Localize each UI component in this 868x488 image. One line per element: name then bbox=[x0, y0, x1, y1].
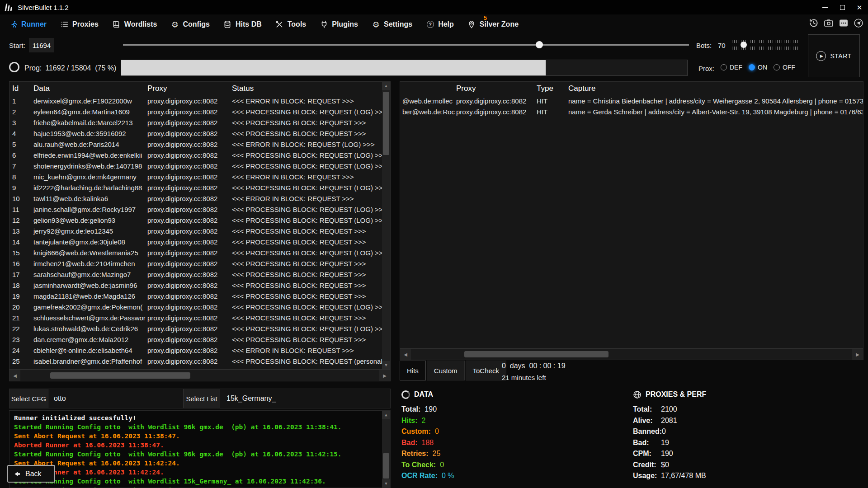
select-config-button[interactable]: Select CFG bbox=[9, 389, 48, 408]
table-row[interactable]: 7 shotenergydrinks@web.de:1407198 proxy.… bbox=[9, 160, 390, 171]
cell-proxy: proxy.digiproxy.cc:8082 bbox=[147, 314, 232, 322]
table-row[interactable]: 8 mic_kuehn@gmx.de:mk4germany proxy.digi… bbox=[9, 171, 390, 182]
stat-row: Retries: 25 bbox=[401, 448, 591, 460]
scrollbar-thumb[interactable] bbox=[464, 351, 609, 357]
console-icon[interactable] bbox=[839, 18, 849, 28]
telegram-icon[interactable] bbox=[854, 18, 863, 28]
results-vertical-scrollbar[interactable]: ▲ ▼ bbox=[382, 82, 390, 369]
menu-item-plugins[interactable]: Plugins bbox=[320, 20, 358, 29]
table-row[interactable]: 15 knigi666@web.de:Wrestlemania25 proxy.… bbox=[9, 247, 390, 258]
stat-row: To Check: 0 bbox=[401, 460, 591, 471]
bots-slider-thumb[interactable] bbox=[741, 42, 747, 48]
table-row[interactable]: 14 tantejulante@gmx.de:30jule08 proxy.di… bbox=[9, 236, 390, 247]
scrollbar-thumb[interactable] bbox=[383, 92, 389, 155]
progress-slider[interactable] bbox=[123, 41, 689, 49]
table-row[interactable]: 19 magda21181@web.de:Magda126 proxy.digi… bbox=[9, 291, 390, 301]
back-button[interactable]: Back bbox=[7, 465, 55, 483]
scrollbar-thumb[interactable] bbox=[383, 453, 389, 479]
start-position-input[interactable] bbox=[29, 38, 54, 52]
table-row[interactable]: 1 derwixxel@gmx.de:F19022000w proxy.digi… bbox=[9, 95, 390, 106]
history-icon[interactable] bbox=[809, 18, 819, 28]
menu-item-tools[interactable]: Tools bbox=[275, 20, 306, 29]
table-row[interactable]: 23 dan.cremer@gmx.de:Mala2012 proxy.digi… bbox=[9, 334, 390, 345]
menu-label: Silver Zone bbox=[480, 20, 519, 28]
hit-row[interactable]: @web.de:mollec proxy.digiproxy.cc:8082 H… bbox=[400, 95, 863, 106]
menu-item-runner[interactable]: Runner bbox=[9, 20, 47, 29]
scroll-left-arrow[interactable]: ◀ bbox=[400, 349, 411, 360]
scroll-right-arrow[interactable]: ▶ bbox=[379, 370, 390, 381]
cell-data: mic_kuehn@gmx.de:mk4germany bbox=[33, 173, 147, 181]
start-button[interactable]: ▶ START bbox=[808, 34, 860, 77]
stat-value: 17,67/478 MB bbox=[661, 472, 706, 480]
cell-status: <<< PROCESSING BLOCK: REQUEST >>> bbox=[232, 119, 390, 127]
select-wordlist-button[interactable]: Select List bbox=[183, 389, 220, 408]
table-row[interactable]: 25 isabel.brandner@gmx.de:Pfaffenhof pro… bbox=[9, 356, 390, 366]
table-row[interactable]: 13 jerry92@gmx.de:leo12345 proxy.digipro… bbox=[9, 225, 390, 236]
menu-item-settings[interactable]: ⚙ Settings bbox=[372, 20, 412, 29]
cell-capture: name = Gerda Schreiber | address/city = … bbox=[568, 108, 863, 116]
menu-item-help[interactable]: ? Help bbox=[426, 20, 454, 29]
hits-horizontal-scrollbar[interactable]: ◀ ▶ bbox=[400, 348, 863, 360]
table-row[interactable]: 12 gelion93@web.de:gelion93 proxy.digipr… bbox=[9, 215, 390, 225]
slider-thumb[interactable] bbox=[536, 41, 543, 48]
minimize-button[interactable] bbox=[816, 0, 834, 14]
runner-icon bbox=[9, 20, 18, 29]
scroll-up-arrow[interactable]: ▲ bbox=[382, 411, 390, 419]
tab-custom[interactable]: Custom bbox=[427, 361, 465, 380]
proxies-panel-header: PROXIES & PERF bbox=[633, 389, 823, 400]
menu-item-silver-zone[interactable]: Silver Zone 5 bbox=[467, 20, 519, 29]
results-horizontal-scrollbar[interactable]: ◀ ▶ bbox=[9, 370, 391, 381]
stat-row: Banned: 0 bbox=[633, 426, 823, 437]
table-row[interactable]: 4 hajue1953@web.de:35916092 proxy.digipr… bbox=[9, 128, 390, 139]
proxy-mode-on[interactable]: ON bbox=[749, 64, 767, 71]
cell-type: HIT bbox=[537, 97, 568, 105]
start-label: Start: bbox=[9, 42, 25, 49]
cell-id: 21 bbox=[12, 314, 33, 322]
scroll-up-arrow[interactable]: ▲ bbox=[382, 82, 390, 90]
scroll-right-arrow[interactable]: ▶ bbox=[852, 349, 863, 360]
scroll-down-arrow[interactable]: ▼ bbox=[382, 479, 390, 488]
table-row[interactable]: 18 jasminharwardt@web.de:jasmin96 proxy.… bbox=[9, 280, 390, 291]
proxy-mode-def[interactable]: DEF bbox=[721, 64, 742, 71]
table-row[interactable]: 10 tawl11@web.de:kalinka6 proxy.digiprox… bbox=[9, 193, 390, 204]
table-row[interactable]: 24 cbiehler@t-online.de:elisabeth64 prox… bbox=[9, 345, 390, 356]
cell-data: lukas.strohwald@web.de:Cedrik26 bbox=[33, 325, 147, 333]
table-row[interactable]: 22 lukas.strohwald@web.de:Cedrik26 proxy… bbox=[9, 323, 390, 334]
scroll-down-arrow[interactable]: ▼ bbox=[382, 361, 390, 369]
menu-item-proxies[interactable]: Proxies bbox=[60, 20, 99, 29]
stat-label: Bad: bbox=[401, 439, 418, 447]
table-row[interactable]: 16 irmchen21@web.de:2104irmchen proxy.di… bbox=[9, 258, 390, 269]
cell-status: <<< PROCESSING BLOCK: REQUEST >>> bbox=[232, 282, 390, 289]
table-row[interactable]: 2 eyleen64@gmx.de:Martina1609 proxy.digi… bbox=[9, 106, 390, 117]
cell-status: <<< PROCESSING BLOCK: REQUEST >>> bbox=[232, 227, 390, 235]
close-button[interactable]: ✕ bbox=[851, 0, 868, 14]
scrollbar-thumb[interactable] bbox=[50, 372, 190, 379]
table-row[interactable]: 20 gamefreak2002@gmx.de:Pokemon( proxy.d… bbox=[9, 301, 390, 312]
cell-id: 20 bbox=[12, 303, 33, 311]
camera-icon[interactable] bbox=[824, 18, 834, 28]
tab-hits[interactable]: Hits bbox=[400, 361, 426, 380]
table-row[interactable]: 26 werner.susemihl@t-online.de:bomb prox… bbox=[9, 366, 390, 370]
table-row[interactable]: 17 sarahschauf@gmx.de:Mazingo7 proxy.dig… bbox=[9, 269, 390, 280]
menu-item-hits-db[interactable]: Hits DB bbox=[223, 20, 262, 29]
menu-item-wordlists[interactable]: Wordlists bbox=[112, 20, 157, 29]
stat-row: Total: 190 bbox=[401, 404, 591, 415]
cell-status: <<< PROCESSING BLOCK: REQUEST (LOG) >>> bbox=[232, 216, 390, 224]
menu-item-configs[interactable]: ⚙ Configs bbox=[170, 20, 210, 29]
table-row[interactable]: 9 id2222@harlaching.de:harlaching88 prox… bbox=[9, 182, 390, 193]
bots-slider[interactable] bbox=[732, 40, 800, 50]
table-row[interactable]: 11 janine.schall@gmx.de:Rocky1997 proxy.… bbox=[9, 204, 390, 215]
cell-status: <<< ERROR IN BLOCK: REQUEST >>> bbox=[232, 195, 390, 202]
table-row[interactable]: 21 schluesselschwert@gmx.de:Passwor prox… bbox=[9, 312, 390, 323]
hit-row[interactable]: ber@web.de:Roc proxy.digiproxy.cc:8082 H… bbox=[400, 106, 863, 117]
log-vertical-scrollbar[interactable]: ▲ ▼ bbox=[382, 411, 390, 488]
table-row[interactable]: 5 alu.rauh@web.de:Paris2014 proxy.digipr… bbox=[9, 139, 390, 150]
proxy-mode-off[interactable]: OFF bbox=[774, 64, 795, 71]
table-row[interactable]: 6 elfriede.erwin1994@web.de:enkelkii pro… bbox=[9, 150, 390, 160]
scroll-left-arrow[interactable]: ◀ bbox=[9, 370, 20, 381]
cell-id: 13 bbox=[12, 227, 33, 235]
maximize-button[interactable] bbox=[834, 0, 851, 14]
table-row[interactable]: 3 friehe@kabelmail.de:Marcel2213 proxy.d… bbox=[9, 117, 390, 128]
cell-data: cbiehler@t-online.de:elisabeth64 bbox=[33, 347, 147, 354]
tab-tocheck[interactable]: ToCheck bbox=[466, 361, 506, 380]
